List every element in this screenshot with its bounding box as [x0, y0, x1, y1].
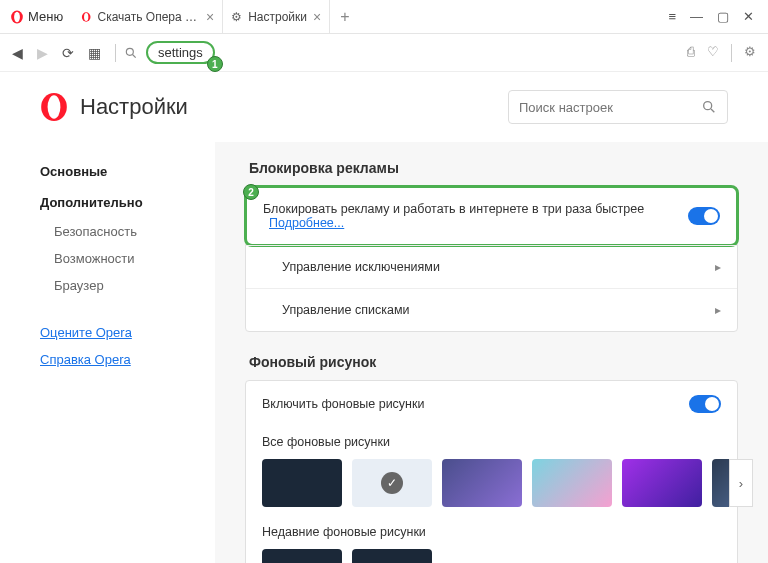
reload-button[interactable]: ⟳	[62, 45, 74, 61]
recent-wallpaper-grid	[246, 539, 737, 563]
wallpaper-thumb[interactable]	[442, 459, 522, 507]
tab-download[interactable]: Скачать Опера для комп ×	[73, 0, 223, 33]
section-title-wallpaper: Фоновый рисунок	[245, 350, 738, 380]
svg-line-5	[133, 54, 136, 57]
address-text: settings	[158, 45, 203, 60]
tab-settings[interactable]: ⚙ Настройки ×	[223, 0, 330, 33]
search-settings[interactable]	[508, 90, 728, 124]
opera-logo-icon	[81, 10, 91, 24]
sidebar: Основные Дополнительно Безопасность Возм…	[0, 142, 215, 563]
label-all-wallpapers: Все фоновые рисунки	[246, 427, 737, 449]
wallpaper-thumb[interactable]	[622, 459, 702, 507]
close-icon[interactable]: ✕	[743, 9, 754, 24]
sidebar-item-advanced[interactable]: Дополнительно	[40, 187, 215, 218]
check-icon: ✓	[381, 472, 403, 494]
menu-label: Меню	[28, 9, 63, 24]
gear-icon: ⚙	[231, 10, 242, 24]
svg-line-9	[711, 109, 714, 112]
close-icon[interactable]: ×	[313, 9, 321, 25]
svg-point-3	[84, 13, 88, 21]
svg-point-8	[704, 102, 712, 110]
separator	[115, 44, 116, 62]
forward-button[interactable]: ▶	[37, 45, 48, 61]
row-manage-lists[interactable]: Управление списками ▸	[246, 288, 737, 331]
easy-setup-icon[interactable]: ⚙	[744, 44, 756, 62]
sidebar-item-basic[interactable]: Основные	[40, 156, 215, 187]
label-recent-wallpapers: Недавние фоновые рисунки	[246, 517, 737, 539]
heart-icon[interactable]: ♡	[707, 44, 719, 62]
row-enable-wallpapers[interactable]: Включить фоновые рисунки	[246, 381, 737, 427]
svg-point-4	[126, 48, 133, 55]
row-block-ads[interactable]: 2 Блокировать рекламу и работать в интер…	[244, 185, 739, 247]
main: Блокировка рекламы 2 Блокировать рекламу…	[215, 142, 768, 563]
minimize-icon[interactable]: —	[690, 9, 703, 24]
opera-logo-icon	[10, 10, 24, 24]
page-header: Настройки	[0, 72, 768, 142]
wallpaper-thumb[interactable]	[262, 549, 342, 563]
toggle-wallpapers[interactable]	[689, 395, 721, 413]
titlebar: Меню Скачать Опера для комп × ⚙ Настройк…	[0, 0, 768, 34]
row-label: Управление списками	[282, 303, 715, 317]
card-adblock: 2 Блокировать рекламу и работать в интер…	[245, 186, 738, 332]
address-bar[interactable]: settings 1	[146, 41, 215, 64]
toolbar: ◀ ▶ ⟳ ▦ settings 1 ⎙ ♡ ⚙	[0, 34, 768, 72]
sidebar-item-security[interactable]: Безопасность	[40, 218, 215, 245]
annotation-marker-1: 1	[207, 56, 223, 72]
section-title-adblock: Блокировка рекламы	[245, 156, 738, 186]
toggle-adblock[interactable]	[688, 207, 720, 225]
search-input[interactable]	[519, 100, 701, 115]
card-wallpaper: Включить фоновые рисунки Все фоновые рис…	[245, 380, 738, 563]
back-button[interactable]: ◀	[12, 45, 23, 61]
chevron-right-icon: ▸	[715, 260, 721, 274]
sidebar-link-help[interactable]: Справка Opera	[40, 346, 215, 373]
row-label: Управление исключениями	[282, 260, 715, 274]
search-icon	[124, 46, 138, 60]
row-label: Включить фоновые рисунки	[262, 397, 689, 411]
chevron-right-icon: ▸	[715, 303, 721, 317]
tab-label: Скачать Опера для комп	[98, 10, 200, 24]
learn-more-link[interactable]: Подробнее...	[269, 216, 344, 230]
wallpaper-thumb[interactable]	[532, 459, 612, 507]
close-icon[interactable]: ×	[206, 9, 214, 25]
speed-dial-icon[interactable]: ▦	[88, 45, 101, 61]
sidebar-item-features[interactable]: Возможности	[40, 245, 215, 272]
svg-point-1	[14, 11, 20, 22]
row-label: Блокировать рекламу и работать в интерне…	[263, 202, 688, 230]
tabs-overview-icon[interactable]: ≡	[668, 9, 676, 24]
row-manage-exceptions[interactable]: Управление исключениями ▸	[246, 245, 737, 288]
wallpaper-thumb[interactable]	[352, 549, 432, 563]
wallpaper-thumb[interactable]: ✓	[352, 459, 432, 507]
svg-point-7	[48, 95, 61, 118]
wallpaper-thumb[interactable]	[262, 459, 342, 507]
maximize-icon[interactable]: ▢	[717, 9, 729, 24]
opera-logo-icon	[40, 93, 68, 121]
tab-label: Настройки	[248, 10, 307, 24]
page-title: Настройки	[80, 94, 188, 120]
annotation-marker-2: 2	[243, 184, 259, 200]
content: Основные Дополнительно Безопасность Возм…	[0, 142, 768, 563]
menu-button[interactable]: Меню	[0, 0, 73, 33]
separator	[731, 44, 732, 62]
wallpaper-grid: ✓ ›	[246, 449, 737, 517]
sidebar-item-browser[interactable]: Браузер	[40, 272, 215, 299]
search-icon	[701, 99, 717, 115]
new-tab-button[interactable]: +	[330, 8, 359, 26]
camera-icon[interactable]: ⎙	[687, 44, 695, 62]
scroll-right-button[interactable]: ›	[729, 459, 753, 507]
sidebar-link-rate[interactable]: Оцените Opera	[40, 319, 215, 346]
